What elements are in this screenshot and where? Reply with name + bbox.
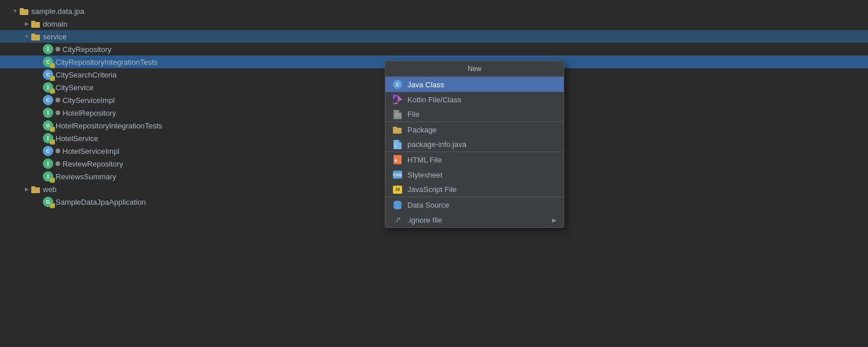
badge-icon: G 🔒: [43, 120, 53, 131]
tree-item-label: CityServiceImpl: [62, 96, 115, 105]
arrow-icon: [23, 186, 30, 193]
js-icon: JS: [392, 184, 403, 195]
menu-item-label: HTML File: [407, 156, 557, 164]
menu-item-label: JavaScript File: [407, 185, 557, 194]
tree-item-label: HotelRepository: [62, 109, 116, 117]
arrow-icon: [23, 33, 30, 40]
package-info-icon: i: [392, 139, 403, 150]
tree-item-label: HotelServiceImpl: [62, 147, 119, 156]
badge-icon: G 🔒: [43, 197, 53, 207]
tree-item-label: web: [43, 185, 57, 194]
tree-item-label: CitySearchCriteria: [56, 71, 116, 79]
menu-item-label: .ignore file: [407, 216, 552, 224]
svg-marker-21: [399, 140, 402, 143]
tree-item-label: CityRepositoryIntegrationTests: [56, 58, 157, 67]
menu-item-label: Package: [407, 125, 557, 134]
menu-item-package[interactable]: Package: [385, 122, 564, 137]
svg-rect-18: [393, 127, 397, 128]
badge-icon: C 🔒: [43, 57, 53, 67]
badge-icon: I: [43, 108, 53, 118]
svg-rect-6: [31, 187, 40, 193]
menu-item-label: Java Class: [407, 80, 557, 89]
menu-item-label: Stylesheet: [407, 171, 557, 179]
menu-item-file[interactable]: File: [385, 107, 564, 122]
css-icon: CSS: [392, 169, 403, 180]
menu-item-javascript-file[interactable]: JS JavaScript File: [385, 182, 564, 197]
submenu-arrow-icon: ▶: [552, 217, 557, 223]
java-class-icon: C: [392, 79, 403, 90]
menu-item-kotlin-file[interactable]: Kotlin File/Class: [385, 92, 564, 107]
svg-point-31: [393, 206, 402, 209]
menu-item-label: Kotlin File/Class: [407, 95, 557, 104]
package-icon: [392, 124, 403, 135]
svg-rect-4: [31, 35, 40, 40]
dot-icon: [56, 161, 60, 166]
dot-icon: [56, 149, 60, 153]
tree-item-city-repository[interactable]: I CityRepository: [0, 43, 868, 56]
svg-rect-0: [20, 9, 28, 15]
menu-item-stylesheet[interactable]: CSS Stylesheet: [385, 167, 564, 182]
svg-rect-7: [31, 186, 35, 188]
tree-item-label: HotelService: [56, 134, 98, 143]
tree-item-label: CityRepository: [62, 45, 112, 54]
svg-rect-17: [393, 128, 402, 134]
badge-icon: I 🔒: [43, 133, 53, 143]
dot-icon: [56, 98, 60, 102]
tree-item-service[interactable]: service: [0, 30, 868, 43]
menu-item-ignore-file[interactable]: .i* .ignore file ▶: [385, 212, 564, 227]
tree-item-label: HotelRepositoryIntegrationTests: [56, 121, 162, 130]
menu-item-label: package-info.java: [407, 140, 557, 149]
tree-item-root[interactable]: sample.data.jpa: [0, 5, 868, 17]
folder-icon: [31, 20, 41, 28]
svg-marker-13: [399, 110, 402, 113]
badge-icon: I 🔒: [43, 82, 53, 93]
menu-item-package-info[interactable]: i package-info.java: [385, 137, 564, 152]
svg-rect-1: [20, 8, 24, 10]
html-icon: H: [392, 154, 403, 165]
datasource-icon: [392, 200, 403, 210]
tree-item-label: SampleDataJpaApplication: [56, 198, 146, 206]
svg-marker-9: [393, 95, 398, 99]
dot-icon: [56, 47, 60, 51]
kotlin-icon: [392, 94, 403, 105]
file-icon: [392, 109, 403, 120]
ignore-icon: .i*: [392, 215, 403, 225]
context-menu: New C Java Class Kotlin File/Class: [385, 61, 564, 228]
arrow-icon: [23, 20, 30, 27]
badge-icon: C 🔒: [43, 69, 53, 80]
tree-item-label: domain: [43, 20, 68, 28]
context-menu-header: New: [385, 61, 564, 77]
svg-marker-12: [393, 110, 402, 119]
menu-item-label: Data Source: [407, 201, 557, 209]
svg-rect-5: [31, 34, 35, 35]
badge-icon: C: [43, 95, 53, 105]
folder-icon: [31, 32, 41, 40]
tree-item-label: sample.data.jpa: [31, 7, 84, 16]
badge-icon: I: [43, 158, 53, 169]
tree-item-label: CityService: [56, 83, 94, 92]
svg-rect-3: [31, 21, 35, 23]
folder-icon: [31, 185, 41, 193]
badge-icon: I 🔒: [43, 171, 53, 182]
svg-text:i: i: [395, 143, 397, 147]
menu-item-label: File: [407, 110, 557, 119]
menu-item-data-source[interactable]: Data Source: [385, 197, 564, 212]
badge-icon: I: [43, 44, 53, 54]
menu-item-html-file[interactable]: H HTML File: [385, 152, 564, 167]
tree-item-label: ReviewRepository: [62, 160, 123, 168]
menu-item-java-class[interactable]: C Java Class: [385, 77, 564, 92]
tree-item-label: service: [43, 32, 67, 41]
tree-item-label: ReviewsSummary: [56, 172, 116, 181]
dot-icon: [56, 110, 60, 115]
svg-text:H: H: [395, 158, 397, 163]
svg-rect-2: [31, 22, 40, 28]
arrow-icon: [12, 8, 19, 14]
tree-item-domain[interactable]: domain: [0, 17, 868, 30]
folder-icon: [20, 7, 29, 15]
badge-icon: C: [43, 146, 53, 156]
